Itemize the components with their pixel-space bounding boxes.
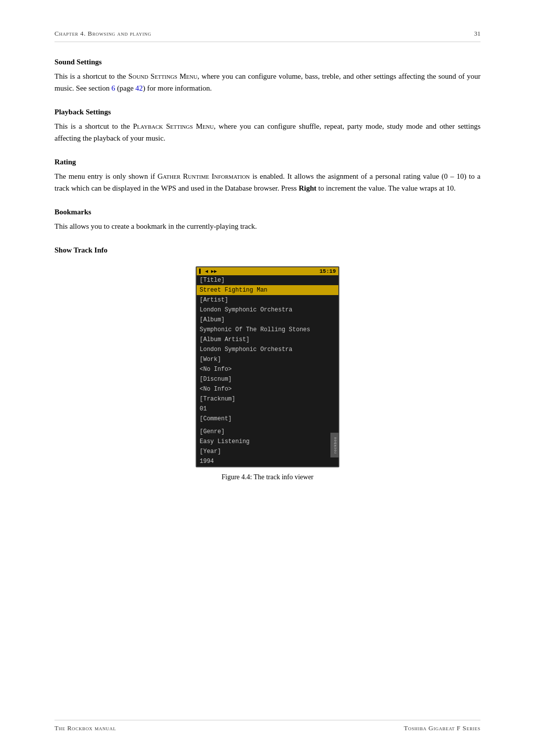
device-time: 15:19	[320, 268, 336, 274]
show-track-info-title: Show Track Info	[54, 246, 481, 254]
rockbox-logo: rockbox	[330, 433, 339, 457]
row-album-value: Symphonic Of The Rolling Stones	[197, 325, 338, 335]
device-icons: ▌ ◀ ▶▶	[199, 268, 217, 274]
sound-settings-menu-name: Sound Settings Menu	[128, 72, 197, 80]
sound-settings-body: This is a shortcut to the Sound Settings…	[54, 70, 481, 94]
row-artist-label: [Artist]	[197, 295, 338, 305]
row-year-value: 1994	[197, 456, 338, 466]
page: Chapter 4. Browsing and playing 31 Sound…	[0, 0, 535, 756]
section-show-track-info: Show Track Info ▌ ◀ ▶▶ 15:19 [Title] Str…	[54, 246, 481, 481]
row-discnum-value: <No Info>	[197, 384, 338, 394]
row-album-artist-value: London Symphonic Orchestra	[197, 345, 338, 354]
row-comment-label: [Comment]	[197, 414, 338, 424]
row-artist-value: London Symphonic Orchestra	[197, 305, 338, 315]
gather-runtime-info: Gather Runtime Information	[158, 172, 250, 180]
row-album-artist-label: [Album Artist]	[197, 335, 338, 345]
figure-track-info: ▌ ◀ ▶▶ 15:19 [Title] Street Fighting Man…	[54, 266, 481, 481]
page-footer: The Rockbox manual Toshiba Gigabeat F Se…	[54, 720, 481, 732]
row-work-label: [Work]	[197, 354, 338, 364]
section-bookmarks: Bookmarks This allows you to create a bo…	[54, 208, 481, 232]
section-link-6[interactable]: 6	[111, 84, 115, 92]
device-content: [Title] Street Fighting Man [Artist] Lon…	[197, 275, 338, 466]
row-title-label: [Title]	[197, 275, 338, 285]
playback-settings-body: This is a shortcut to the Playback Setti…	[54, 120, 481, 144]
row-tracknum-label: [Tracknum]	[197, 394, 338, 404]
row-discnum-label: [Discnum]	[197, 374, 338, 384]
page-header: Chapter 4. Browsing and playing 31	[54, 30, 481, 42]
sound-settings-title: Sound Settings	[54, 58, 481, 66]
row-genre-value: Easy Listening	[197, 437, 338, 447]
section-playback-settings: Playback Settings This is a shortcut to …	[54, 108, 481, 144]
device-top-bar: ▌ ◀ ▶▶ 15:19	[197, 267, 338, 275]
device-mockup: ▌ ◀ ▶▶ 15:19 [Title] Street Fighting Man…	[196, 266, 339, 467]
bookmarks-title: Bookmarks	[54, 208, 481, 216]
page-link-42[interactable]: 42	[135, 84, 143, 92]
header-page-number: 31	[474, 30, 481, 38]
row-genre-label: [Genre]	[197, 427, 338, 437]
row-album-label: [Album]	[197, 315, 338, 325]
playback-settings-title: Playback Settings	[54, 108, 481, 116]
footer-left: The Rockbox manual	[54, 724, 116, 732]
header-chapter: Chapter 4. Browsing and playing	[54, 30, 151, 38]
row-work-value: <No Info>	[197, 364, 338, 374]
rating-body: The menu entry is only shown if Gather R…	[54, 170, 481, 194]
footer-right: Toshiba Gigabeat F Series	[404, 724, 481, 732]
device-screen: ▌ ◀ ▶▶ 15:19 [Title] Street Fighting Man…	[196, 266, 339, 467]
section-rating: Rating The menu entry is only shown if G…	[54, 158, 481, 194]
right-key: Right	[299, 184, 317, 192]
bookmarks-body: This allows you to create a bookmark in …	[54, 220, 481, 232]
rating-title: Rating	[54, 158, 481, 166]
figure-caption: Figure 4.4: The track info viewer	[221, 473, 314, 481]
row-tracknum-value: 01	[197, 404, 338, 414]
section-sound-settings: Sound Settings This is a shortcut to the…	[54, 58, 481, 94]
row-title-value: Street Fighting Man	[197, 285, 338, 295]
row-year-label: [Year]	[197, 447, 338, 456]
playback-settings-menu-name: Playback Settings Menu	[133, 122, 214, 130]
